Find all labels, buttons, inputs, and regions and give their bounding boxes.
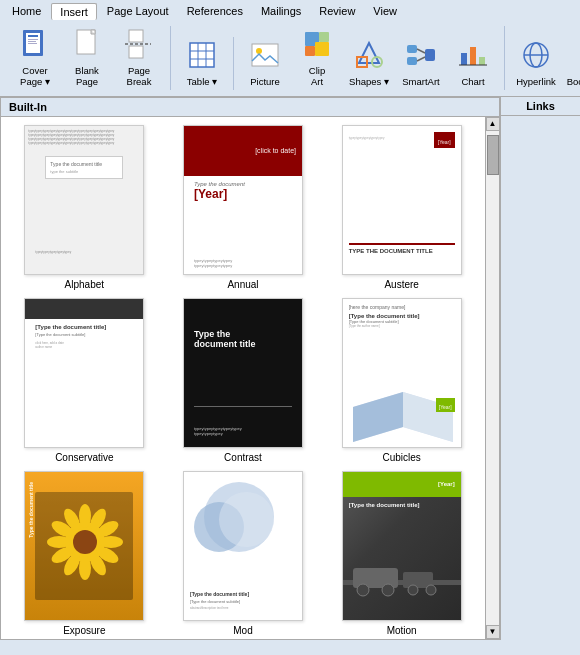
svg-rect-19 [305,46,315,56]
gallery-item-annual[interactable]: [click to date] Type the document [Year]… [168,125,319,290]
smart-art-icon [405,39,437,74]
scroll-thumb[interactable] [487,135,499,175]
menu-references[interactable]: References [179,3,251,19]
gallery-item-exposure[interactable]: Type the document title Exposure [9,471,160,636]
page-break-label: PageBreak [127,65,152,88]
gallery-item-austere[interactable]: [Year] typeytypeytypeytypeytypey TYPE TH… [326,125,477,290]
clip-art-button[interactable]: ClipArt [292,26,342,90]
gallery-header: Built-In [1,98,499,117]
cover-page-button[interactable]: CoverPage ▾ [10,26,60,90]
gallery-scroll[interactable]: typeytypeytypeytypeytypeytypeytypeytypey… [1,117,485,639]
table-icon [186,39,218,74]
svg-point-45 [73,530,97,554]
gallery-item-conservative[interactable]: [Type the document title] [Type the docu… [9,298,160,463]
page-break-button[interactable]: PageBreak [114,26,164,90]
gallery-thumb-annual: [click to date] Type the document [Year]… [183,125,303,275]
right-panel-header: Links [501,97,580,116]
svg-rect-4 [28,41,36,42]
gallery-thumb-motion: [Year] [Type the document title] [342,471,462,621]
ribbon: CoverPage ▾ BlankPage [0,22,580,97]
svg-rect-8 [129,46,143,58]
svg-point-62 [382,584,394,596]
shapes-label: Shapes ▾ [349,76,389,87]
gallery-label-alphabet: Alphabet [65,279,104,290]
menu-mailings[interactable]: Mailings [253,3,309,19]
chart-button[interactable]: Chart [448,37,498,89]
ribbon-group-tables: Table ▾ [173,37,234,89]
menu-review[interactable]: Review [311,3,363,19]
gallery-thumb-contrast: Type thedocument title typeytypeytypeyty… [183,298,303,448]
svg-rect-2 [28,35,38,37]
hyperlink-icon [520,39,552,74]
svg-rect-29 [461,53,467,65]
svg-rect-10 [190,43,214,67]
clip-art-label: ClipArt [309,65,325,88]
gallery-label-mod: Mod [233,625,252,636]
ribbon-group-pages: CoverPage ▾ BlankPage [6,26,171,90]
gallery-item-alphabet[interactable]: typeytypeytypeytypeytypeytypeytypeytypey… [9,125,160,290]
gallery-grid: typeytypeytypeytypeytypeytypeytypeytypey… [9,125,477,636]
menu-insert[interactable]: Insert [51,3,97,20]
svg-point-64 [426,585,436,595]
hyperlink-label: Hyperlink [516,76,556,87]
gallery-item-mod[interactable]: [Type the document title] [Type the docu… [168,471,319,636]
svg-rect-18 [315,42,329,56]
svg-rect-5 [28,43,37,44]
gallery-item-motion[interactable]: [Year] [Type the document title] [326,471,477,636]
gallery-label-conservative: Conservative [55,452,113,463]
right-panel: Links [500,97,580,640]
blank-page-icon [71,28,103,63]
svg-point-49 [99,536,123,548]
bookmark-button[interactable]: Bookmark [563,37,580,89]
hyperlink-button[interactable]: Hyperlink [511,37,561,89]
gallery-thumb-conservative: [Type the document title] [Type the docu… [24,298,144,448]
menu-view[interactable]: View [365,3,405,19]
smart-art-label: SmartArt [402,76,439,87]
scroll-up-button[interactable]: ▲ [486,117,500,131]
gallery-thumb-alphabet: typeytypeytypeytypeytypeytypeytypeytypey… [24,125,144,275]
menu-home[interactable]: Home [4,3,49,19]
content-area: Built-In typeytypeytypeytypeytypeytypeyt… [0,97,580,640]
gallery-thumb-exposure: Type the document title [24,471,144,621]
svg-rect-30 [470,47,476,65]
pages-buttons: CoverPage ▾ BlankPage [10,26,164,90]
svg-point-61 [357,584,369,596]
cover-page-label: CoverPage ▾ [20,65,50,88]
svg-point-63 [408,585,418,595]
gallery-scrollbar[interactable]: ▲ ▼ [485,117,499,639]
picture-label: Picture [250,76,280,87]
ribbon-group-links: Hyperlink Bookmark [507,26,580,90]
svg-marker-42 [353,392,403,442]
chart-icon [457,39,489,74]
svg-rect-3 [28,39,38,40]
table-button[interactable]: Table ▾ [177,37,227,89]
gallery-label-cubicles: Cubicles [382,452,420,463]
chart-label: Chart [461,76,484,87]
shapes-icon [353,39,385,74]
svg-line-27 [417,49,425,53]
gallery-thumb-austere: [Year] typeytypeytypeytypeytypey TYPE TH… [342,125,462,275]
page-break-icon [123,28,155,63]
menu-page-layout[interactable]: Page Layout [99,3,177,19]
gallery-label-annual: Annual [227,279,258,290]
gallery-label-austere: Austere [384,279,418,290]
cover-page-icon [19,28,51,63]
shapes-button[interactable]: Shapes ▾ [344,37,394,89]
svg-rect-7 [129,30,143,42]
picture-button[interactable]: Picture [240,37,290,89]
gallery-item-contrast[interactable]: Type thedocument title typeytypeytypeyty… [168,298,319,463]
bookmark-label: Bookmark [567,76,580,87]
gallery-item-cubicles[interactable]: [here the company name] [Type the docume… [326,298,477,463]
svg-line-28 [417,57,425,61]
blank-page-button[interactable]: BlankPage [62,26,112,90]
svg-rect-31 [479,57,485,65]
gallery-thumb-mod: [Type the document title] [Type the docu… [183,471,303,621]
illustrations-buttons: Picture ClipArt [240,26,498,90]
menu-bar: Home Insert Page Layout References Maili… [0,0,580,22]
links-buttons: Hyperlink Bookmark [511,26,580,90]
smart-art-button[interactable]: SmartArt [396,37,446,89]
svg-rect-15 [252,44,278,66]
scroll-down-button[interactable]: ▼ [486,625,500,639]
clip-art-icon [301,28,333,63]
svg-rect-25 [407,57,417,65]
